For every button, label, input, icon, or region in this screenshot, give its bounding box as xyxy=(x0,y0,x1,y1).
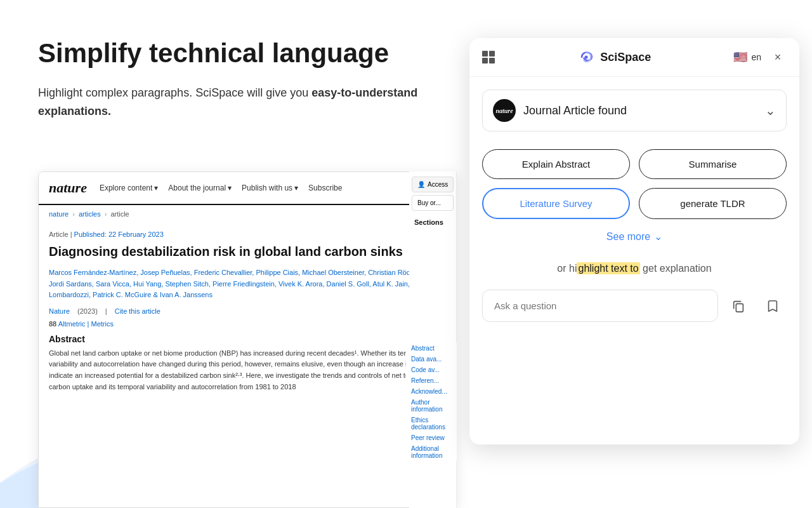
section-peer-review[interactable]: Peer review xyxy=(406,432,457,443)
grid-dot-1 xyxy=(482,51,488,57)
journal-banner-left: nature Journal Article found xyxy=(493,99,627,122)
action-buttons: Explain Abstract Summarise Literature Su… xyxy=(469,131,799,219)
section-acknowledgements[interactable]: Acknowled... xyxy=(406,386,457,397)
nature-icon: nature xyxy=(493,99,516,122)
see-more-button[interactable]: See more ⌄ xyxy=(606,231,662,243)
buy-button[interactable]: Buy or... xyxy=(412,195,454,211)
scispace-panel: SciSpace 🇺🇸 en × nature Journal Article … xyxy=(469,38,799,444)
chevron-down-icon: ▾ xyxy=(154,184,158,192)
breadcrumb: nature › articles › article xyxy=(39,205,456,223)
abstract-text: Global net land carbon uptake or net bio… xyxy=(49,348,446,392)
scispace-name: SciSpace xyxy=(600,51,651,64)
section-author-info[interactable]: Author information xyxy=(406,397,457,415)
breadcrumb-nature[interactable]: nature xyxy=(49,210,69,218)
article-nav: nature Explore content ▾ About the journ… xyxy=(39,172,456,205)
journal-found-text: Journal Article found xyxy=(523,104,627,117)
ask-row xyxy=(482,290,787,322)
nav-items: Explore content ▾ About the journal ▾ Pu… xyxy=(100,184,343,192)
chevron-down-icon: ⌄ xyxy=(765,103,776,118)
panel-header-left xyxy=(482,51,495,64)
altmetric-score: 88 xyxy=(49,320,56,328)
hero-subtitle: Highlight complex paragraphs. SciSpace w… xyxy=(38,84,419,121)
hero-title: Simplify technical language xyxy=(38,38,419,69)
authors: Marcos Fernández-Martínez, Josep Peñuela… xyxy=(49,267,446,301)
breadcrumb-sep-2: › xyxy=(105,210,107,218)
grid-icon[interactable] xyxy=(482,51,495,64)
scispace-logo-icon xyxy=(577,48,595,66)
see-more-row: See more ⌄ xyxy=(469,219,799,243)
svg-point-1 xyxy=(585,55,588,58)
explain-abstract-button[interactable]: Explain Abstract xyxy=(482,149,630,179)
journal-banner[interactable]: nature Journal Article found ⌄ xyxy=(482,90,787,131)
lang-badge[interactable]: 🇺🇸 en xyxy=(733,50,761,64)
altmetric-text: Altmetric xyxy=(58,320,86,328)
lang-text: en xyxy=(751,52,761,62)
copy-button[interactable] xyxy=(724,292,752,320)
article-title: Diagnosing destabilization risk in globa… xyxy=(49,243,446,260)
grid-dot-3 xyxy=(482,58,488,64)
sections-list: Abstract Data ava... Code av... Referen.… xyxy=(406,343,457,461)
section-ethics[interactable]: Ethics declarations xyxy=(406,415,457,432)
altmetric-row: 88 Altmetric | Metrics xyxy=(49,320,446,328)
nav-publish-label: Publish with us xyxy=(242,184,292,192)
person-icon: 👤 xyxy=(417,181,425,188)
summarise-button[interactable]: Summarise xyxy=(639,149,787,179)
nav-explore[interactable]: Explore content ▾ xyxy=(100,184,158,192)
journal-name[interactable]: Nature xyxy=(49,307,70,315)
chevron-down-see-more: ⌄ xyxy=(654,231,662,243)
nav-publish[interactable]: Publish with us ▾ xyxy=(242,184,298,192)
scispace-logo: SciSpace xyxy=(577,48,651,66)
access-button[interactable]: 👤 Access xyxy=(412,177,454,192)
nav-about[interactable]: About the journal ▾ xyxy=(168,184,232,192)
buy-label: Buy or... xyxy=(417,199,441,206)
nav-about-label: About the journal xyxy=(168,184,226,192)
hint-before: or hi xyxy=(557,263,577,274)
hero-subtitle-plain: Highlight complex paragraphs. SciSpace w… xyxy=(38,86,311,99)
bookmark-button[interactable] xyxy=(759,292,787,320)
highlight-text: ghlight text to xyxy=(577,262,639,274)
section-code[interactable]: Code av... xyxy=(406,364,457,375)
ask-input[interactable] xyxy=(482,290,718,322)
section-data[interactable]: Data ava... xyxy=(406,354,457,364)
nav-explore-label: Explore content xyxy=(100,184,152,192)
section-additional[interactable]: Additional information xyxy=(406,443,457,461)
breadcrumb-article: article xyxy=(110,210,129,218)
svg-rect-2 xyxy=(736,304,743,312)
see-more-label: See more xyxy=(606,231,650,243)
article-content: Article | Published: 22 February 2023 Di… xyxy=(39,223,456,400)
panel-header: SciSpace 🇺🇸 en × xyxy=(469,38,799,77)
journal-meta: Nature (2023) | Cite this article xyxy=(49,307,446,315)
article-mockup: nature Explore content ▾ About the journ… xyxy=(38,171,457,508)
flag-icon: 🇺🇸 xyxy=(733,50,747,64)
metrics-link[interactable]: Metrics xyxy=(91,320,113,328)
highlight-hint: or highlight text to get explanation xyxy=(469,243,799,274)
chevron-down-icon-3: ▾ xyxy=(294,184,298,192)
left-section: Simplify technical language Highlight co… xyxy=(0,0,457,508)
panel-header-right: 🇺🇸 en × xyxy=(733,48,787,66)
close-button[interactable]: × xyxy=(769,48,787,66)
abstract-heading: Abstract xyxy=(49,334,446,344)
journal-year: (2023) xyxy=(77,307,98,315)
sections-header-label: Sections xyxy=(409,211,456,229)
breadcrumb-sep-1: › xyxy=(72,210,75,218)
nav-subscribe[interactable]: Subscribe xyxy=(308,184,342,192)
generate-tldr-button[interactable]: generate TLDR xyxy=(639,188,787,219)
article-meta: Article | Published: 22 February 2023 xyxy=(49,231,446,238)
section-references[interactable]: Referen... xyxy=(406,375,457,386)
access-label: Access xyxy=(428,181,448,188)
breadcrumb-articles[interactable]: articles xyxy=(79,210,101,218)
literature-survey-button[interactable]: Literature Survey xyxy=(482,188,630,219)
grid-dot-2 xyxy=(489,51,495,57)
pub-date: Published: 22 February 2023 xyxy=(74,231,164,238)
chevron-down-icon-2: ▾ xyxy=(228,184,232,192)
grid-dot-4 xyxy=(489,58,495,64)
nature-logo: nature xyxy=(49,180,87,196)
article-type: Article xyxy=(49,231,69,238)
section-abstract[interactable]: Abstract xyxy=(406,343,457,354)
cite-article[interactable]: Cite this article xyxy=(115,307,160,315)
hint-after: get explanation xyxy=(640,263,712,274)
